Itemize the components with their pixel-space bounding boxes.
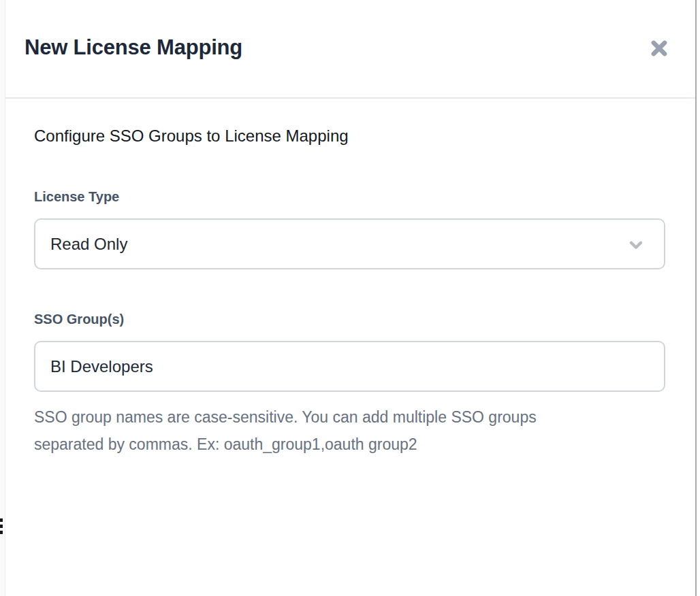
config-subtitle: Configure SSO Groups to License Mapping	[34, 127, 349, 146]
modal-right-edge	[695, 0, 697, 596]
screen: New License Mapping Configure SSO Groups…	[0, 0, 700, 596]
license-type-select[interactable]: Read Only	[34, 218, 665, 269]
modal-header: New License Mapping	[5, 0, 695, 97]
close-button[interactable]	[648, 37, 671, 60]
sso-groups-input[interactable]	[34, 341, 665, 392]
modal-title: New License Mapping	[25, 35, 242, 60]
list-dashes-icon	[0, 518, 3, 534]
background-page-left-strip	[0, 0, 5, 596]
sso-groups-help-text: SSO group names are case-sensitive. You …	[34, 403, 633, 458]
license-type-label: License Type	[34, 189, 119, 205]
modal-body: Configure SSO Groups to License Mapping …	[5, 99, 695, 596]
x-icon	[649, 38, 669, 59]
sso-groups-label: SSO Group(s)	[34, 312, 124, 327]
license-type-selected-value: Read Only	[35, 235, 127, 254]
chevron-down-icon	[627, 236, 645, 254]
